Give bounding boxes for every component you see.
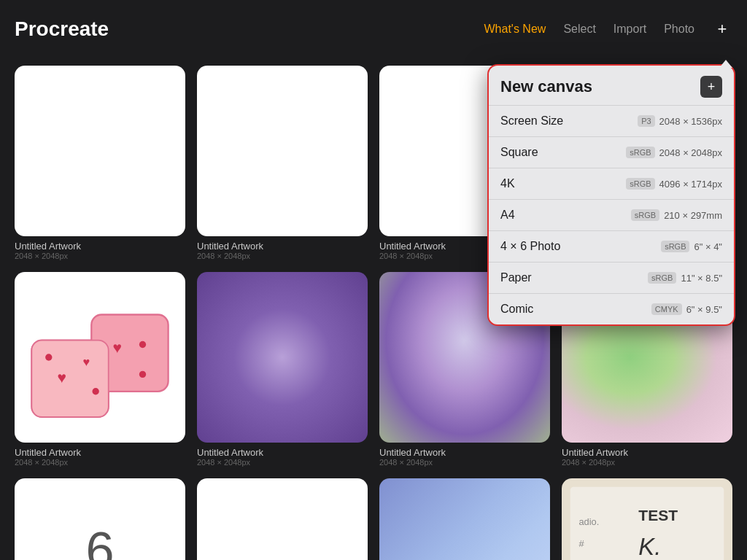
artwork-thumbnail[interactable] — [197, 66, 368, 236]
artwork-title: Untitled Artwork — [15, 447, 185, 458]
app-header: Procreate What's New Select Import Photo… — [0, 0, 747, 58]
nav-select[interactable]: Select — [563, 23, 595, 36]
canvas-color-profile-badge: sRGB — [631, 209, 659, 221]
artwork-title: Untitled Artwork — [562, 447, 732, 458]
artwork-item: Untitled Artwork 2048 × 2048px — [379, 478, 550, 560]
new-canvas-panel: New canvas + Screen SizeP32048 × 1536pxS… — [487, 64, 735, 326]
canvas-option-meta: sRGB4096 × 1714px — [626, 178, 722, 190]
canvas-option-name: Paper — [500, 271, 648, 284]
canvas-dimensions: 2048 × 1536px — [659, 116, 722, 127]
artwork-thumbnail[interactable]: adio. TEST # K. — [562, 478, 732, 560]
canvas-color-profile-badge: sRGB — [661, 241, 689, 252]
artwork-size: 2048 × 2048px — [562, 458, 732, 467]
canvas-option[interactable]: SquaresRGB2048 × 2048px — [489, 137, 734, 168]
svg-text:TEST: TEST — [638, 508, 678, 524]
artwork-title: Untitled Artwork — [197, 241, 368, 252]
artwork-item: Untitled Artwork 2048 × 2048px — [197, 272, 368, 467]
svg-point-7 — [92, 388, 98, 394]
canvas-option-name: Comic — [500, 303, 651, 316]
artwork-item: Untitled Artwork 2048 × 2048px — [197, 478, 368, 560]
panel-add-button[interactable]: + — [700, 76, 722, 98]
canvas-dimensions: 11" × 8.5" — [681, 273, 722, 284]
svg-point-9 — [139, 371, 146, 378]
artwork-item: Untitled Artwork 2048 × 2048px — [197, 66, 368, 260]
canvas-option[interactable]: 4 × 6 PhotosRGB6" × 4" — [489, 231, 734, 262]
artwork-thumbnail[interactable] — [197, 478, 368, 560]
artwork-item: Untitled Artwork 2048 × 2048px — [15, 66, 185, 260]
artwork-size: 2048 × 2048px — [197, 458, 368, 467]
canvas-color-profile-badge: sRGB — [626, 147, 654, 158]
app-logo: Procreate — [15, 18, 109, 41]
canvas-option-meta: sRGB11" × 8.5" — [648, 272, 722, 284]
artwork-thumbnail[interactable]: 6 — [15, 478, 185, 560]
panel-caret — [719, 60, 732, 68]
canvas-option-name: A4 — [500, 209, 631, 222]
canvas-option-meta: sRGB6" × 4" — [661, 241, 722, 252]
svg-rect-2 — [31, 341, 108, 417]
artwork-size: 2048 × 2048px — [197, 252, 368, 260]
canvas-option-meta: sRGB210 × 297mm — [631, 209, 722, 221]
canvas-dimensions: 6" × 9.5" — [686, 304, 722, 315]
canvas-color-profile-badge: CMYK — [651, 303, 682, 315]
canvas-option-meta: P32048 × 1536px — [638, 115, 722, 127]
artwork-thumbnail[interactable] — [15, 66, 185, 236]
canvas-dimensions: 210 × 297mm — [664, 210, 722, 221]
svg-text:K.: K. — [638, 533, 661, 560]
canvas-option-name: Screen Size — [500, 114, 638, 128]
artwork-title: Untitled Artwork — [379, 447, 550, 458]
canvas-color-profile-badge: P3 — [638, 115, 654, 127]
canvas-option-name: Square — [500, 146, 626, 159]
svg-text:♥: ♥ — [113, 339, 123, 356]
artwork-thumbnail[interactable]: ♥ ♥ ♥ — [15, 272, 185, 443]
canvas-option-name: 4K — [500, 177, 626, 190]
artwork-size: 2048 × 2048px — [15, 252, 185, 260]
svg-text:6: 6 — [85, 521, 114, 560]
artwork-title: Untitled Artwork — [197, 447, 368, 458]
new-canvas-button[interactable]: + — [712, 19, 732, 39]
plus-icon: + — [708, 80, 716, 93]
nav-import[interactable]: Import — [614, 23, 646, 36]
canvas-option[interactable]: 4KsRGB4096 × 1714px — [489, 168, 734, 200]
artwork-thumbnail[interactable] — [379, 478, 550, 560]
svg-text:♥: ♥ — [58, 369, 67, 386]
canvas-dimensions: 4096 × 1714px — [659, 179, 722, 190]
artwork-size: 2048 × 2048px — [379, 458, 550, 467]
nav-photo[interactable]: Photo — [664, 23, 694, 36]
canvas-option[interactable]: ComicCMYK6" × 9.5" — [489, 294, 734, 324]
artwork-item: adio. TEST # K. Untitled Artwork 2048 × … — [562, 478, 732, 560]
panel-header: New canvas + — [489, 66, 734, 106]
canvas-option-meta: CMYK6" × 9.5" — [651, 303, 722, 315]
header-navigation: What's New Select Import Photo + — [484, 19, 732, 39]
canvas-dimensions: 2048 × 2048px — [659, 147, 722, 158]
artwork-thumbnail[interactable] — [197, 272, 368, 443]
panel-title: New canvas — [500, 77, 592, 96]
artwork-item: ♥ ♥ ♥ Untitled Artwork 2048 × 2048px — [15, 272, 185, 467]
svg-text:♥: ♥ — [83, 355, 90, 368]
canvas-color-profile-badge: sRGB — [626, 178, 654, 190]
canvas-option[interactable]: A4sRGB210 × 297mm — [489, 200, 734, 231]
canvas-option-name: 4 × 6 Photo — [500, 240, 661, 253]
nav-whats-new[interactable]: What's New — [484, 23, 546, 36]
svg-point-6 — [45, 354, 52, 360]
canvas-option-meta: sRGB2048 × 2048px — [626, 147, 722, 158]
canvas-options-list: Screen SizeP32048 × 1536pxSquaresRGB2048… — [489, 106, 734, 324]
canvas-color-profile-badge: sRGB — [648, 272, 676, 284]
canvas-option[interactable]: PapersRGB11" × 8.5" — [489, 262, 734, 294]
artwork-item: 6 Untitled Artwork 2048 × 2048px — [15, 478, 185, 560]
svg-text:#: # — [578, 538, 584, 549]
svg-point-8 — [139, 341, 146, 348]
svg-text:adio.: adio. — [578, 516, 599, 527]
artwork-size: 2048 × 2048px — [15, 458, 185, 467]
canvas-dimensions: 6" × 4" — [694, 241, 722, 252]
artwork-title: Untitled Artwork — [15, 241, 185, 252]
canvas-option[interactable]: Screen SizeP32048 × 1536px — [489, 106, 734, 137]
